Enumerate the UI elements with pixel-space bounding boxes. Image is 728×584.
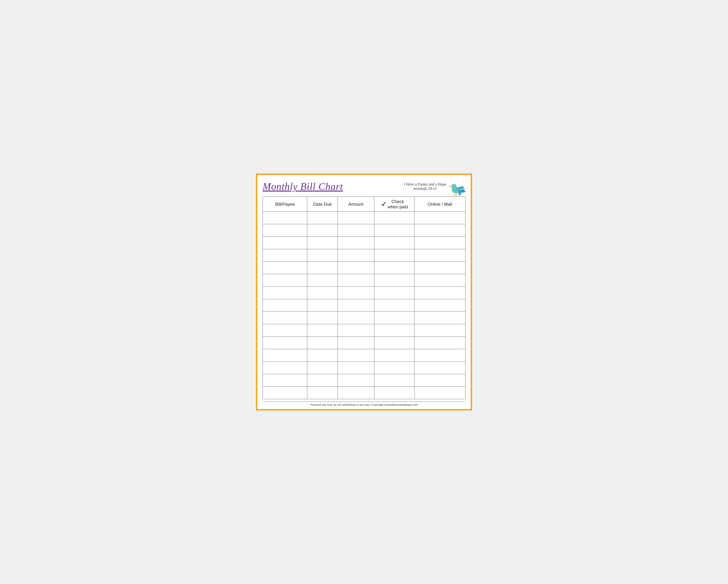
table-cell xyxy=(307,262,338,274)
table-cell xyxy=(263,362,307,374)
table-cell xyxy=(374,312,415,324)
table-cell xyxy=(263,212,307,224)
table-cell xyxy=(415,374,465,387)
table-cell xyxy=(263,374,307,387)
page-container: Monthly Bill Chart I Have a Future and a… xyxy=(256,174,472,410)
table-cell xyxy=(374,299,415,312)
col-header-bill-payee: Bill/Payee xyxy=(263,197,307,212)
table-cell xyxy=(263,312,307,324)
table-cell xyxy=(263,249,307,262)
table-cell xyxy=(307,312,338,324)
table-cell xyxy=(415,349,465,362)
table-cell xyxy=(263,387,307,399)
table-cell xyxy=(263,224,307,237)
table-body xyxy=(263,212,465,399)
header-right: I Have a Future and a Hope Jeremiah 29:1… xyxy=(404,179,465,194)
table-cell xyxy=(374,237,415,249)
table-cell xyxy=(338,287,374,299)
table-cell xyxy=(338,349,374,362)
table-cell xyxy=(415,212,465,224)
table-cell xyxy=(415,324,465,337)
table-cell xyxy=(338,362,374,374)
table-cell xyxy=(338,312,374,324)
table-cell xyxy=(374,287,415,299)
table-cell xyxy=(307,337,338,349)
table-row xyxy=(263,249,465,262)
table-cell xyxy=(307,287,338,299)
table-cell xyxy=(338,262,374,274)
checkmark-icon: ✓ xyxy=(381,201,387,208)
table-cell xyxy=(415,249,465,262)
table-cell xyxy=(263,299,307,312)
table-cell xyxy=(263,274,307,287)
table-cell xyxy=(415,362,465,374)
footer: Personal use only, do not redistribute i… xyxy=(263,402,465,406)
table-cell xyxy=(415,262,465,274)
footer-text: Personal use only, do not redistribute i… xyxy=(310,403,418,406)
table-row xyxy=(263,237,465,249)
tagline: I Have a Future and a Hope Jeremiah 29:1… xyxy=(404,182,446,191)
bird-icon xyxy=(448,179,465,194)
table-row xyxy=(263,274,465,287)
table-cell xyxy=(374,349,415,362)
svg-marker-2 xyxy=(449,186,451,187)
col-header-date-due: Date Due xyxy=(307,197,338,212)
page-title: Monthly Bill Chart xyxy=(263,181,343,192)
table-cell xyxy=(263,324,307,337)
table-row xyxy=(263,349,465,362)
table-cell xyxy=(415,299,465,312)
table-cell xyxy=(374,274,415,287)
table-cell xyxy=(307,349,338,362)
table-cell xyxy=(263,237,307,249)
table-cell xyxy=(415,287,465,299)
table-cell xyxy=(307,324,338,337)
svg-point-4 xyxy=(453,185,453,186)
table-cell xyxy=(338,324,374,337)
table-cell xyxy=(374,212,415,224)
table-cell xyxy=(374,337,415,349)
table-cell xyxy=(374,324,415,337)
table-cell xyxy=(415,237,465,249)
table-row xyxy=(263,324,465,337)
table-row xyxy=(263,299,465,312)
table-cell xyxy=(374,362,415,374)
table-cell xyxy=(415,274,465,287)
table-row xyxy=(263,312,465,324)
table-cell xyxy=(307,237,338,249)
col-header-check-when-paid: ✓ Check when paid xyxy=(374,197,415,212)
table-cell xyxy=(338,224,374,237)
table-row xyxy=(263,287,465,299)
table-row xyxy=(263,337,465,349)
table-row xyxy=(263,212,465,224)
table-row xyxy=(263,224,465,237)
page-header: Monthly Bill Chart I Have a Future and a… xyxy=(263,179,465,194)
table-cell xyxy=(307,212,338,224)
table-cell xyxy=(338,374,374,387)
table-cell xyxy=(338,387,374,399)
table-row xyxy=(263,362,465,374)
table-cell xyxy=(374,387,415,399)
col-header-online-mail: Online / Mail xyxy=(415,197,465,212)
table-cell xyxy=(338,249,374,262)
table-cell xyxy=(338,274,374,287)
table-cell xyxy=(338,337,374,349)
table-cell xyxy=(415,224,465,237)
table-cell xyxy=(307,387,338,399)
svg-line-9 xyxy=(454,193,455,195)
svg-line-14 xyxy=(457,195,457,196)
bill-table: Bill/Payee Date Due Amount ✓ Check when … xyxy=(263,197,465,399)
table-cell xyxy=(338,299,374,312)
table-cell xyxy=(415,312,465,324)
svg-line-12 xyxy=(457,193,457,195)
table-row xyxy=(263,387,465,399)
table-cell xyxy=(307,374,338,387)
col-header-amount: Amount xyxy=(338,197,374,212)
table-cell xyxy=(374,249,415,262)
table-cell xyxy=(338,237,374,249)
table-cell xyxy=(307,299,338,312)
table-cell xyxy=(415,387,465,399)
table-cell xyxy=(263,262,307,274)
tagline-line2: Jeremiah 29:11 xyxy=(404,186,446,191)
table-row xyxy=(263,374,465,387)
tagline-line1: I Have a Future and a Hope xyxy=(404,182,446,186)
